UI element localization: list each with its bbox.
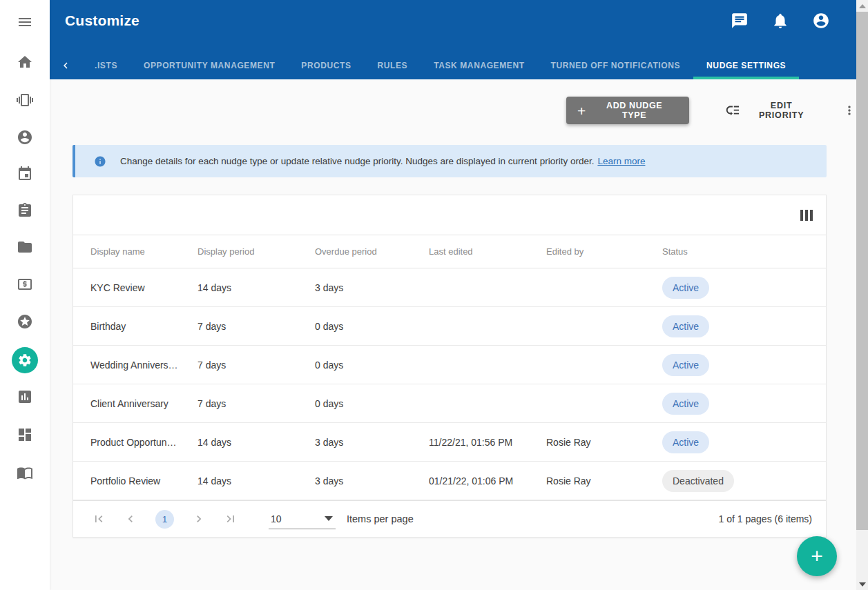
calendar-icon	[17, 166, 33, 182]
account-circle-button[interactable]	[812, 12, 830, 30]
sidebar-item-settings-gear[interactable]	[12, 347, 38, 373]
sidebar-item-menu[interactable]	[17, 14, 33, 30]
vertical-scrollbar[interactable]	[856, 0, 868, 590]
cell-overdue-period: 0 days	[315, 398, 429, 409]
previous-page-button[interactable]	[124, 512, 137, 526]
page-number-button[interactable]: 1	[155, 510, 174, 529]
sidebar-item-calendar[interactable]	[17, 166, 33, 182]
cell-display-name: Product Opportun…	[90, 437, 197, 448]
status-badge: Active	[662, 393, 709, 415]
tab-rules[interactable]: RULES	[364, 51, 421, 79]
tab-products[interactable]: PRODUCTS	[288, 51, 364, 79]
status-badge: Deactivated	[662, 470, 734, 492]
column-chooser-icon	[800, 210, 803, 221]
table-row[interactable]: Wedding Annivers…7 days0 daysActive	[73, 346, 826, 384]
book-icon	[17, 464, 33, 481]
sidebar-item-vibration[interactable]	[17, 92, 33, 108]
dropdown-arrow-icon	[325, 516, 333, 521]
pager-controls: 1	[92, 510, 238, 529]
cell-last-edited: 01/21/22, 01:06 PM	[429, 475, 546, 486]
add-fab-button[interactable]: +	[797, 536, 837, 576]
clipboard-icon	[17, 202, 33, 219]
first-page-icon	[92, 512, 106, 526]
status-badge: Active	[662, 277, 709, 299]
menu-icon	[17, 14, 33, 30]
bell-icon	[771, 12, 789, 30]
chat-button[interactable]	[731, 12, 749, 30]
nudge-table-card: Display nameDisplay periodOverdue period…	[73, 195, 827, 538]
cell-overdue-period: 0 days	[315, 360, 429, 371]
cell-display-period: 14 days	[197, 282, 315, 293]
folder-icon	[17, 239, 33, 255]
cell-display-name: Wedding Annivers…	[90, 360, 197, 371]
cell-status: Active	[662, 277, 826, 299]
cell-overdue-period: 0 days	[315, 321, 429, 332]
sidebar-item-dashboard[interactable]	[17, 426, 33, 443]
table-row[interactable]: Birthday7 days0 daysActive	[73, 307, 826, 346]
cell-status: Active	[662, 431, 826, 453]
home-icon	[17, 54, 33, 70]
sidebar-item-money[interactable]	[17, 276, 33, 293]
page-actions: + ADD NUDGE TYPE EDIT PRIORITY	[566, 97, 856, 124]
table-row[interactable]: Client Anniversary7 days0 daysActive	[73, 384, 826, 423]
low-priority-icon	[725, 103, 740, 118]
settings-gear-icon	[17, 353, 32, 368]
scroll-down-arrow-icon[interactable]	[856, 578, 868, 590]
add-nudge-type-button[interactable]: + ADD NUDGE TYPE	[566, 97, 689, 124]
cell-display-name: KYC Review	[90, 282, 197, 293]
add-nudge-type-label: ADD NUDGE TYPE	[593, 101, 675, 120]
scroll-up-arrow-icon[interactable]	[856, 0, 868, 12]
account-circle-icon	[812, 12, 830, 30]
tab-nudge-settings[interactable]: NUDGE SETTINGS	[693, 51, 799, 79]
status-badge: Active	[662, 315, 709, 337]
tab-turned-off-notifications[interactable]: TURNED OFF NOTIFICATIONS	[538, 51, 694, 79]
tab-ists[interactable]: .ISTS	[81, 51, 131, 79]
sidebar-item-bar-chart[interactable]	[17, 389, 33, 405]
cell-status: Active	[662, 354, 826, 376]
sidebar-item-folder[interactable]	[17, 239, 33, 255]
money-icon	[17, 276, 33, 293]
items-per-page-value: 10	[271, 513, 282, 524]
sidebar-item-person[interactable]	[17, 129, 33, 146]
tab-opportunity-management[interactable]: OPPORTUNITY MANAGEMENT	[131, 51, 288, 79]
pagination-bar: 1 10 Items per page 1 of 1 pages (6 item…	[73, 500, 826, 537]
more-options-button[interactable]	[842, 103, 856, 118]
chat-icon	[731, 12, 749, 30]
cell-display-period: 7 days	[197, 321, 315, 332]
column-header: Display name	[90, 246, 197, 257]
items-per-page-select[interactable]: 10	[269, 509, 336, 529]
info-banner: Change details for each nudge type or up…	[73, 145, 827, 177]
cell-overdue-period: 3 days	[315, 282, 429, 293]
cell-status: Deactivated	[662, 470, 826, 492]
column-header: Edited by	[546, 246, 662, 257]
bell-button[interactable]	[771, 12, 789, 30]
content-area: + ADD NUDGE TYPE EDIT PRIORITY Change de…	[50, 79, 856, 590]
header-actions	[731, 12, 830, 30]
cell-display-period: 7 days	[197, 398, 315, 409]
edit-priority-button[interactable]: EDIT PRIORITY	[725, 101, 816, 120]
person-icon	[17, 129, 33, 146]
cell-last-edited: 11/22/21, 01:56 PM	[429, 437, 546, 448]
table-row[interactable]: KYC Review14 days3 daysActive	[73, 268, 826, 307]
first-page-button[interactable]	[92, 512, 106, 526]
status-badge: Active	[662, 354, 709, 376]
tabs-scroll-back-button[interactable]	[50, 51, 81, 79]
info-icon	[94, 155, 106, 168]
cell-edited-by: Rosie Ray	[546, 437, 662, 448]
sidebar-item-home[interactable]	[17, 54, 33, 70]
table-row[interactable]: Product Opportun…14 days3 days11/22/21, …	[73, 423, 826, 462]
last-page-button[interactable]	[224, 512, 238, 526]
sidebar-item-star-circle[interactable]	[17, 313, 33, 330]
cell-overdue-period: 3 days	[315, 437, 429, 448]
learn-more-link[interactable]: Learn more	[597, 156, 645, 166]
sidebar-item-book[interactable]	[17, 464, 33, 481]
cell-status: Active	[662, 315, 826, 337]
sidebar-item-clipboard[interactable]	[17, 202, 33, 219]
tab-task-management[interactable]: TASK MANAGEMENT	[421, 51, 537, 79]
items-per-page-label: Items per page	[347, 513, 414, 524]
table-row[interactable]: Portfolio Review14 days3 days01/21/22, 0…	[73, 462, 826, 500]
banner-text: Change details for each nudge type or up…	[120, 156, 594, 166]
column-chooser-button[interactable]	[799, 208, 814, 222]
next-page-button[interactable]	[192, 512, 206, 526]
scrollbar-thumb[interactable]	[856, 12, 868, 530]
